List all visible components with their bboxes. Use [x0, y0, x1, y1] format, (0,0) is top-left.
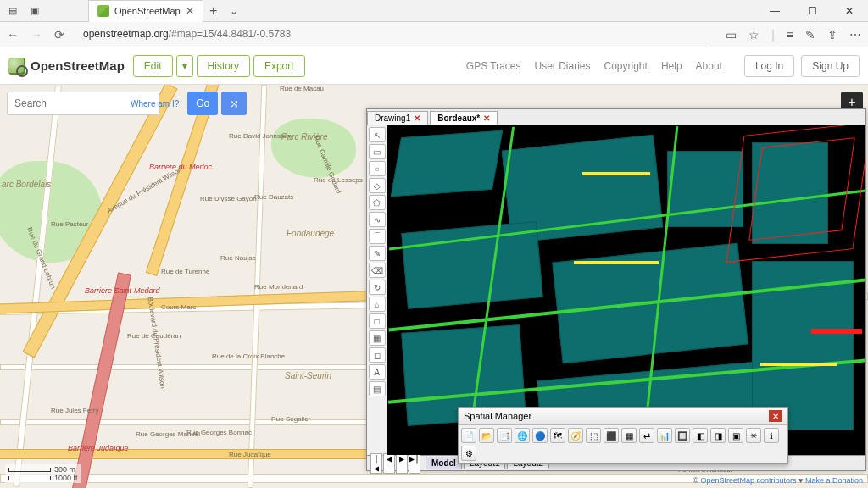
scale-bar: 300 m 1000 ft [5, 464, 81, 483]
tab-menu-icon[interactable]: ⌄ [224, 5, 244, 17]
link-help[interactable]: Help [661, 60, 682, 72]
spm-tool-stats[interactable]: 📊 [657, 428, 672, 443]
spm-tool-new[interactable]: 📄 [461, 428, 476, 443]
tool-edit[interactable]: ✎ [369, 246, 386, 261]
tool-spline[interactable]: ∿ [369, 212, 386, 227]
close-icon[interactable]: ✕ [483, 114, 490, 123]
label-rue-naujac: Rue Naujac [220, 254, 256, 262]
tool-pointer[interactable]: ↖ [369, 127, 386, 142]
favorite-icon[interactable]: ☆ [748, 28, 760, 42]
spm-tool-fill[interactable]: ⬛ [604, 428, 619, 443]
directions-button[interactable]: ⤭ [221, 92, 247, 115]
browser-tab[interactable]: OpenStreetMap ✕ [88, 0, 203, 22]
window-minimize-button[interactable]: — [756, 0, 793, 22]
link-about[interactable]: About [696, 60, 722, 72]
spm-tool-globe[interactable]: 🔵 [532, 428, 548, 443]
tool-polygon[interactable]: ⬠ [369, 195, 386, 210]
login-button[interactable]: Log In [744, 55, 794, 77]
url-host: openstreetmap.org [83, 28, 169, 40]
tool-rotate[interactable]: ↻ [369, 280, 386, 295]
export-button[interactable]: Export [253, 55, 305, 77]
spm-tool-right[interactable]: ◨ [710, 428, 726, 443]
url-field[interactable]: openstreetmap.org/#map=15/44.8481/-0.578… [83, 26, 707, 42]
hub-icon[interactable]: ≡ [787, 28, 793, 42]
spm-tool-grid[interactable]: ▦ [621, 428, 637, 443]
cad-tab-bordeaux[interactable]: Bordeaux*✕ [430, 111, 498, 125]
search-input[interactable] [7, 92, 159, 115]
cad-nav-prev[interactable]: ◀ [383, 453, 395, 474]
spm-tool-center[interactable]: ▣ [728, 428, 743, 443]
osm-logo[interactable]: OpenStreetMap [8, 58, 125, 75]
spm-tool-star[interactable]: ✳ [746, 428, 761, 443]
credit-link[interactable]: OpenStreetMap contributors [701, 476, 797, 485]
cad-tab-drawing1[interactable]: Drawing1✕ [367, 111, 428, 125]
label-rue-pasteur: Rue Pasteur [51, 220, 88, 228]
cad-road-highlight [582, 172, 650, 175]
tool-erase[interactable]: ⌫ [369, 263, 386, 278]
cad-canvas[interactable] [387, 125, 865, 455]
tool-hatch[interactable]: ▦ [369, 330, 386, 346]
nav-reload-button[interactable]: ⟳ [54, 28, 64, 42]
tool-diamond[interactable]: ◇ [369, 178, 386, 193]
spm-tool-compass[interactable]: 🧭 [568, 428, 583, 443]
tool-box[interactable]: □ [369, 313, 386, 329]
label-rue-jules: Rue Jules Ferry [51, 407, 98, 414]
spm-tool-settings[interactable]: ⚙ [461, 446, 476, 461]
cad-nav-first[interactable]: |◀ [370, 453, 382, 474]
new-tab-button[interactable]: + [203, 3, 224, 19]
road [0, 364, 424, 370]
tool-table[interactable]: ▤ [369, 381, 386, 396]
spatial-manager-close-button[interactable]: ✕ [769, 410, 782, 422]
link-copyright[interactable]: Copyright [604, 60, 648, 72]
spm-tool-info[interactable]: ℹ [764, 428, 779, 443]
signup-button[interactable]: Sign Up [801, 55, 860, 77]
window-close-button[interactable]: ✕ [831, 0, 868, 22]
label-rue-ulysse: Rue Ulysse Gayon [200, 195, 257, 202]
go-button[interactable]: Go [187, 92, 218, 115]
share-icon[interactable]: ⇪ [827, 28, 837, 42]
tool-circle[interactable]: ○ [369, 161, 386, 176]
close-tab-icon[interactable]: ✕ [186, 5, 194, 17]
spm-tool-copy[interactable]: 📑 [497, 428, 512, 443]
nav-forward-button[interactable]: → [31, 28, 42, 42]
spm-tool-left[interactable]: ◧ [693, 428, 708, 443]
building [391, 130, 503, 197]
close-icon[interactable]: ✕ [414, 114, 420, 123]
link-user-diaries[interactable]: User Diaries [535, 60, 591, 72]
link-gps-traces[interactable]: GPS Traces [466, 60, 521, 72]
spm-tool-select[interactable]: ⬚ [586, 428, 601, 443]
more-icon[interactable]: ⋯ [849, 28, 861, 42]
tool-region[interactable]: ◻ [369, 347, 386, 363]
tool-rect[interactable]: ▭ [369, 144, 386, 159]
cad-nav-last[interactable]: ▶| [409, 453, 420, 474]
label-rue-medoc: Rue de Macau [280, 85, 324, 92]
edit-button[interactable]: Edit [133, 55, 173, 77]
reading-view-icon[interactable]: ▭ [726, 28, 737, 42]
tool-text[interactable]: A [369, 364, 386, 380]
cad-nav-next[interactable]: ▶ [396, 453, 408, 474]
cad-tab-model[interactable]: Model [426, 457, 462, 469]
osm-brand: OpenStreetMap [31, 58, 125, 73]
spm-tool-web[interactable]: 🌐 [515, 428, 530, 443]
spatial-manager-toolbar: 📄 📂 📑 🌐 🔵 🗺 🧭 ⬚ ⬛ ▦ ⇄ 📊 🔲 ◧ ◨ ▣ ✳ ℹ ⚙ [459, 425, 787, 463]
window-maximize-button[interactable]: ☐ [793, 0, 831, 22]
notes-icon[interactable]: ✎ [805, 28, 815, 42]
edit-dropdown-button[interactable]: ▾ [176, 55, 193, 77]
spm-tool-map[interactable]: 🗺 [550, 428, 565, 443]
nav-back-button[interactable]: ← [7, 28, 19, 42]
label-rue-cauderan: Rue de Caudéran [127, 332, 181, 340]
label-rue-segalier: Rue Ségalier [271, 415, 310, 423]
label-rue-dauzats: Rue Dauzats [254, 193, 293, 201]
map-credit: © OpenStreetMap contributors ♥ Make a Do… [693, 476, 863, 485]
tool-home[interactable]: ⌂ [369, 297, 386, 312]
tool-arc[interactable]: ⌒ [369, 229, 386, 244]
donate-link[interactable]: Make a Donation [805, 476, 863, 485]
osm-favicon [97, 5, 109, 17]
spm-tool-frame[interactable]: 🔲 [675, 428, 690, 443]
browser-address-bar: ← → ⟳ openstreetmap.org/#map=15/44.8481/… [0, 22, 868, 47]
history-button[interactable]: History [197, 55, 250, 77]
spm-tool-transfer[interactable]: ⇄ [639, 428, 654, 443]
tab-title: OpenStreetMap [114, 6, 181, 16]
browser-titlebar: ▤ ▣ OpenStreetMap ✕ + ⌄ — ☐ ✕ [0, 0, 868, 22]
spm-tool-open[interactable]: 📂 [479, 428, 494, 443]
